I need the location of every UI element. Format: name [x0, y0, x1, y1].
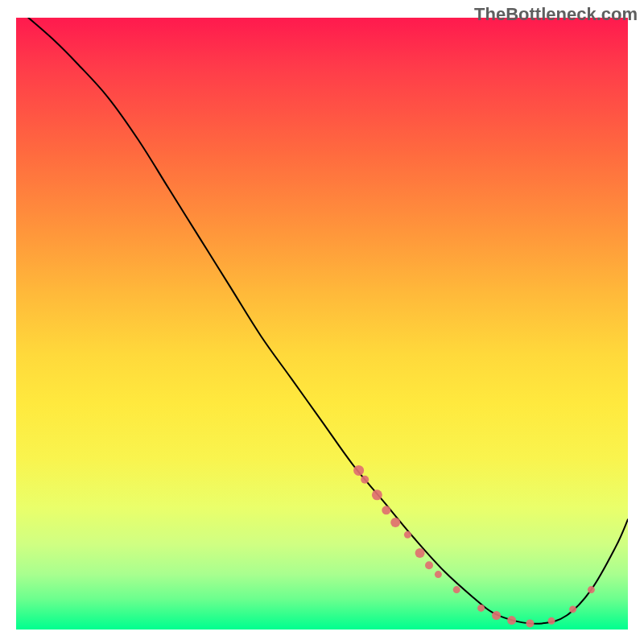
highlight-marker [507, 616, 516, 625]
chart-svg [16, 18, 628, 630]
plot-area [16, 18, 628, 630]
highlight-marker [492, 611, 501, 620]
highlight-marker [390, 518, 400, 527]
highlight-marker [361, 476, 369, 484]
highlight-marker [569, 605, 576, 613]
highlight-marker [372, 489, 382, 500]
highlight-marker [435, 571, 442, 578]
highlight-marker [415, 548, 425, 558]
highlight-marker [382, 506, 390, 514]
highlight-marker [425, 561, 433, 569]
highlight-marker [588, 586, 595, 593]
highlight-marker [404, 531, 411, 539]
watermark-text: TheBottleneck.com [474, 4, 638, 25]
highlight-marker [453, 586, 460, 593]
highlight-markers [353, 465, 595, 628]
highlight-marker [526, 619, 534, 627]
highlight-marker [477, 605, 485, 612]
chart-canvas: TheBottleneck.com [0, 0, 644, 644]
highlight-marker [353, 465, 364, 476]
highlight-marker [548, 617, 555, 625]
bottleneck-curve [28, 18, 628, 624]
